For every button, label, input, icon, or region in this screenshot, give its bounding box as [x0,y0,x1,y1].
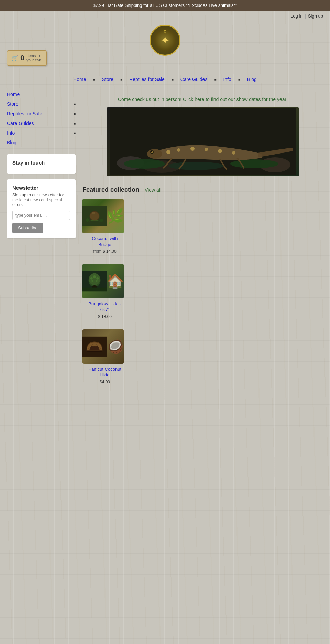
sidebar-item-info[interactable]: Info ■ [7,128,76,138]
svg-point-27 [93,275,96,278]
svg-point-5 [168,162,223,170]
product-image-bungalow [82,264,124,298]
svg-point-25 [89,273,100,285]
nav-bullet-5: ■ [238,78,240,81]
nav-reptiles[interactable]: Reptiles for Sale [129,77,165,82]
nav-bullet-2: ■ [120,78,122,81]
main-nav: Home ■ Store ■ Reptiles for Sale ■ Care … [0,72,330,86]
show-dates-link[interactable]: Come check us out in person! Click here … [118,97,288,102]
sidebar-link-blog[interactable]: Blog [7,140,16,145]
product-image-coconut [82,199,124,233]
svg-point-26 [90,277,93,280]
gecko-svg [110,108,296,175]
sidebar-item-store[interactable]: Store ■ [7,99,76,109]
sidebar-item-care[interactable]: Care Guides ■ [7,118,76,128]
cart-icon: 🛒 [11,55,18,61]
svg-point-20 [92,212,95,214]
newsletter-title: Newsletter [12,185,70,191]
featured-section: Featured collection View all [82,183,323,398]
sidebar: Home Store ■ Reptiles for Sale ■ Care Gu… [7,90,76,398]
stay-in-touch-box: Stay in touch [7,154,76,174]
halfcoconut-svg [82,329,107,364]
nav-store[interactable]: Store [102,77,113,82]
nav-bullet-3: ■ [172,78,174,81]
view-all-link[interactable]: View all [145,187,161,193]
cart-count: 0 [20,54,24,63]
sidebar-link-reptiles[interactable]: Reptiles for Sale [7,111,42,116]
banner-text: $7.99 Flat Rate Shipping for all US Cust… [93,3,237,8]
coconut-svg [82,199,107,233]
sidebar-link-info[interactable]: Info [7,130,15,136]
svg-rect-31 [82,288,107,292]
cart-area[interactable]: 🛒 0 Items in your cart. [7,50,48,66]
auth-separator: | [305,13,306,19]
cart-tag[interactable]: 🛒 0 Items in your cart. [7,50,47,66]
featured-header: Featured collection View all [82,186,323,193]
stay-title: Stay in touch [12,160,70,166]
newsletter-email-input[interactable] [12,211,70,220]
svg-point-21 [86,218,89,222]
main-content: Come check us out in person! Click here … [76,90,323,398]
subscribe-button[interactable]: Subscribe [12,223,43,233]
sidebar-link-store[interactable]: Store [7,101,18,107]
svg-point-9 [190,147,195,151]
logo-area: ⚕ [0,21,330,57]
product-name-halfcoconut[interactable]: Half cut CoconutHide [82,366,127,378]
svg-point-11 [218,149,222,153]
svg-point-12 [232,151,235,155]
svg-point-30 [96,280,98,282]
svg-point-13 [147,149,162,159]
product-price-halfcoconut: $4.00 [82,380,127,384]
nav-info[interactable]: Info [223,77,231,82]
svg-point-6 [230,159,278,168]
shipping-banner: $7.99 Flat Rate Shipping for all US Cust… [0,0,330,11]
svg-point-16 [151,151,152,152]
login-link[interactable]: Log in [290,13,302,19]
featured-title: Featured collection [82,186,139,193]
nav-bullet-1: ■ [93,78,95,81]
logo-wings: ⚕ [163,27,167,35]
sidebar-item-home[interactable]: Home [7,90,76,99]
nav-bullet-4: ■ [214,78,216,81]
sidebar-nav: Home Store ■ Reptiles for Sale ■ Care Gu… [7,90,76,147]
product-name-coconut[interactable]: Coconut withBridge [82,236,127,248]
svg-point-33 [86,350,103,352]
sidebar-link-care[interactable]: Care Guides [7,121,34,126]
product-price-bungalow: $ 18.00 [82,314,127,319]
nav-blog[interactable]: Blog [247,77,257,82]
svg-point-29 [91,280,94,282]
product-price-coconut: $ 14.00 [82,249,127,254]
site-logo[interactable]: ⚕ [150,25,180,56]
newsletter-desc: Sign up to our newsletter for the latest… [12,193,70,207]
sidebar-link-home[interactable]: Home [7,92,20,97]
svg-point-22 [100,219,103,222]
svg-point-28 [96,277,99,280]
product-card-halfcoconut[interactable]: Half cut CoconutHide $4.00 [82,329,127,384]
svg-point-4 [124,159,165,169]
nav-home[interactable]: Home [73,77,86,82]
signup-link[interactable]: Sign up [308,13,323,19]
product-card-bungalow[interactable]: Bungalow Hide -6×7" $ 18.00 [82,264,127,319]
newsletter-box: Newsletter Sign up to our newsletter for… [7,179,76,238]
cart-text: Items in your cart. [26,54,42,63]
auth-bar: Log in | Sign up [0,11,330,21]
show-dates-banner: Come check us out in person! Click here … [82,90,323,107]
svg-point-8 [177,148,180,152]
content-area: Home Store ■ Reptiles for Sale ■ Care Gu… [0,86,330,401]
svg-point-7 [166,150,170,154]
product-name-bungalow[interactable]: Bungalow Hide -6×7" [82,301,127,313]
product-image-halfcoconut [82,329,124,364]
nav-care[interactable]: Care Guides [180,77,208,82]
hero-image [107,107,299,176]
svg-point-10 [205,148,208,151]
bungalow-svg [82,264,107,298]
sidebar-item-reptiles[interactable]: Reptiles for Sale ■ [7,109,76,118]
sidebar-item-blog[interactable]: Blog [7,138,76,147]
product-card-coconut[interactable]: Coconut withBridge $ 14.00 [82,199,127,254]
